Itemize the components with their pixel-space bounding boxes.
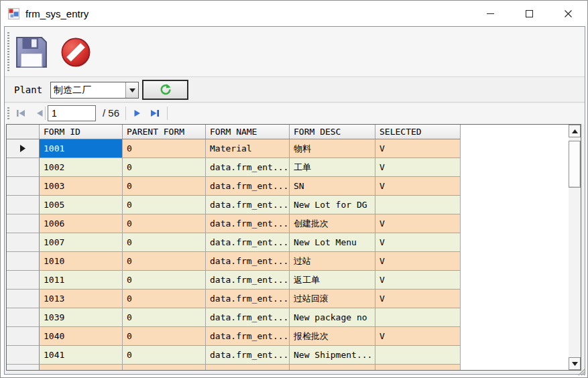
cell-form-name[interactable]: data.frm_ent... [206, 346, 290, 365]
row-header[interactable] [7, 214, 40, 233]
cell-form-desc[interactable]: SN [290, 177, 375, 196]
cell-parent-form[interactable]: 0 [123, 233, 206, 252]
grid-row[interactable]: 1002 0 data.frm_ent... 工单 V [7, 158, 581, 177]
cell-parent-form[interactable]: 0 [123, 177, 206, 196]
cell-form-id[interactable]: 1001 [40, 139, 123, 158]
cell-form-name[interactable]: data.frm_ent... [206, 177, 290, 196]
cell-selected[interactable]: V [375, 290, 461, 308]
grid-row[interactable]: 1040 0 data.frm_ent... 报检批次 V [7, 327, 581, 346]
cell-selected[interactable]: V [375, 177, 461, 196]
cell-form-id[interactable]: 1006 [40, 214, 123, 233]
cell-selected[interactable]: V [375, 214, 461, 233]
cell-selected[interactable]: V [375, 271, 461, 290]
row-header[interactable] [7, 346, 40, 365]
column-header-form-name[interactable]: FORM NAME [206, 125, 290, 139]
column-header-form-id[interactable]: FORM ID [40, 125, 123, 139]
plant-dropdown-button[interactable] [125, 82, 138, 98]
cell-form-name[interactable]: data.frm_ent... [206, 308, 290, 327]
cell-form-id[interactable]: 1010 [40, 252, 123, 271]
cell-parent-form[interactable]: 0 [123, 158, 206, 177]
cell-form-desc[interactable]: New Shipment... [290, 346, 375, 365]
navigator-grip[interactable] [7, 107, 9, 119]
cell-parent-form[interactable]: 0 [123, 290, 206, 308]
cell-form-desc[interactable]: New Lot for DG [290, 196, 375, 214]
column-header-selected[interactable]: SELECTED [375, 125, 461, 139]
row-header[interactable] [7, 290, 40, 308]
row-header[interactable] [7, 308, 40, 327]
cell-form-id[interactable]: 1011 [40, 271, 123, 290]
cell-form-name[interactable]: data.frm_ent... [206, 252, 290, 271]
cell-form-desc[interactable]: 过站 [290, 252, 375, 271]
cell-form-name[interactable]: data.frm_ent... [206, 214, 290, 233]
cell-parent-form[interactable]: 0 [123, 271, 206, 290]
cell-form-desc[interactable]: 报检批次 [290, 327, 375, 346]
cell-form-desc[interactable]: 过站回滚 [290, 290, 375, 308]
cell-form-desc[interactable]: New package no [290, 308, 375, 327]
grid-row[interactable]: 1005 0 data.frm_ent... New Lot for DG [7, 196, 581, 214]
first-page-button[interactable] [13, 105, 29, 121]
row-header[interactable] [7, 327, 40, 346]
grid-row[interactable]: 1003 0 data.frm_ent... SN V [7, 177, 581, 196]
cell-form-name[interactable]: data.frm_ent... [206, 233, 290, 252]
cell-form-name[interactable]: data.frm_ent... [206, 327, 290, 346]
cell-selected[interactable] [375, 196, 461, 214]
next-page-button[interactable] [129, 105, 145, 121]
cell-form-desc[interactable]: 工单 [290, 158, 375, 177]
row-header[interactable] [7, 177, 40, 196]
grid-corner-header[interactable] [7, 125, 40, 139]
cell-selected[interactable]: V [375, 158, 461, 177]
cell-form-id[interactable]: 1041 [40, 346, 123, 365]
cell-form-id[interactable]: 1013 [40, 290, 123, 308]
cell-form-desc[interactable]: 创建批次 [290, 214, 375, 233]
cell-form-name[interactable]: Material [206, 139, 290, 158]
cell-form-id[interactable]: 1040 [40, 327, 123, 346]
cell-form-desc[interactable]: 返工单 [290, 271, 375, 290]
row-header[interactable] [7, 365, 40, 371]
cell-parent-form[interactable]: 0 [123, 327, 206, 346]
close-button[interactable] [548, 1, 587, 26]
grid-row[interactable]: 1010 0 data.frm_ent... 过站 V [7, 252, 581, 271]
plant-combobox[interactable]: 制造二厂 [50, 82, 139, 99]
row-header[interactable] [7, 233, 40, 252]
minimize-button[interactable] [471, 1, 510, 26]
vertical-scrollbar[interactable] [569, 125, 581, 370]
row-header[interactable] [7, 158, 40, 177]
cell-form-name[interactable]: data.frm_ent... [206, 271, 290, 290]
scrollbar-thumb[interactable] [569, 141, 581, 188]
grid-row[interactable]: 1041 0 data.frm_ent... New Shipment... [7, 346, 581, 365]
cell-selected[interactable] [375, 346, 461, 365]
grid-row[interactable]: 1039 0 data.frm_ent... New package no [7, 308, 581, 327]
cell-form-id[interactable]: 1003 [40, 177, 123, 196]
cell-parent-form[interactable]: 0 [123, 196, 206, 214]
row-header[interactable] [7, 252, 40, 271]
cell-form-name[interactable]: data.frm_ent... [206, 158, 290, 177]
last-page-button[interactable] [147, 105, 163, 121]
cell-form-id[interactable]: 1007 [40, 233, 123, 252]
row-header[interactable] [7, 196, 40, 214]
cell-selected[interactable]: V [375, 252, 461, 271]
cell-form-id[interactable]: 1039 [40, 308, 123, 327]
toolbar-grip[interactable] [7, 32, 9, 71]
cell-parent-form[interactable]: 0 [123, 346, 206, 365]
grid-row[interactable]: 1001 0 Material 物料 V [7, 139, 581, 158]
scroll-up-button[interactable] [569, 125, 581, 137]
cell-form-name[interactable]: data.frm_ent... [206, 196, 290, 214]
grid-row[interactable]: 1013 0 data.frm_ent... 过站回滚 V [7, 290, 581, 308]
row-header[interactable] [7, 271, 40, 290]
cell-selected[interactable] [375, 308, 461, 327]
row-header[interactable] [7, 139, 40, 158]
cell-form-desc[interactable]: 物料 [290, 139, 375, 158]
cell-form-name[interactable]: data.frm_ent... [206, 290, 290, 308]
cell-parent-form[interactable]: 0 [123, 139, 206, 158]
cell-form-id[interactable]: 1002 [40, 158, 123, 177]
save-button[interactable] [11, 32, 52, 73]
cell-parent-form[interactable]: 0 [123, 252, 206, 271]
cell-form-desc[interactable]: New Lot Menu [290, 233, 375, 252]
cell-parent-form[interactable]: 0 [123, 214, 206, 233]
column-header-parent-form[interactable]: PARENT FORM [123, 125, 206, 139]
page-number-input[interactable] [48, 105, 96, 121]
cancel-button[interactable] [56, 32, 96, 73]
cell-parent-form[interactable]: 0 [123, 308, 206, 327]
resize-grip-icon[interactable] [577, 367, 586, 376]
grid-row[interactable]: 1006 0 data.frm_ent... 创建批次 V [7, 214, 581, 233]
